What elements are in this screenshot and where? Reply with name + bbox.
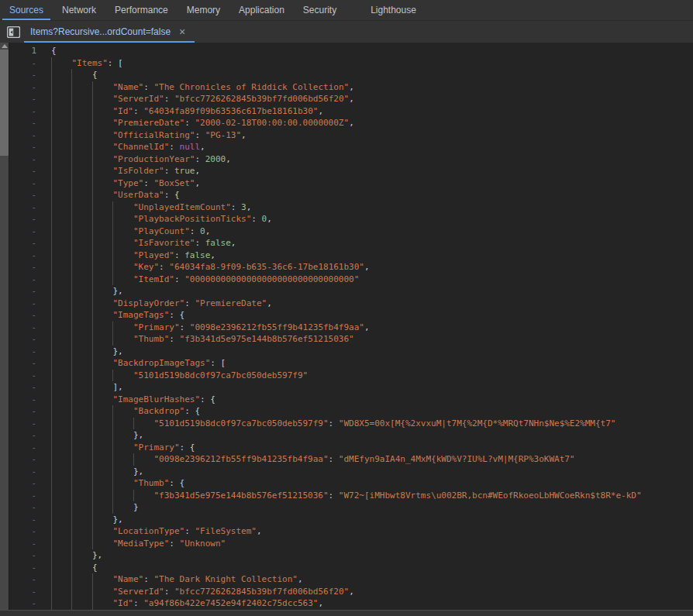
- left-scrollbar-thumb[interactable]: [0, 50, 9, 156]
- code-line[interactable]: -"ServerId": "bfcc7726262845b39bf7fd006b…: [9, 93, 693, 105]
- indent-guide: [92, 501, 93, 514]
- code-line[interactable]: -},: [9, 466, 693, 478]
- code-line[interactable]: -"5101d519b8dc0f97ca7bc050deb597f9": "WD…: [9, 418, 693, 430]
- token-s: "0098e2396212fb55ff9b41235fb4f9aa": [190, 322, 364, 332]
- indent-guide: [92, 394, 93, 406]
- token-p: ,: [349, 94, 354, 104]
- token-k: "Primary": [133, 442, 180, 453]
- token-p: :: [143, 178, 153, 188]
- token-p: :: [164, 587, 174, 597]
- code-line[interactable]: -"0098e2396212fb55ff9b41235fb4f9aa": "dM…: [9, 453, 693, 466]
- code-line[interactable]: -},: [9, 514, 693, 526]
- indent-guide: [112, 442, 113, 454]
- code-line[interactable]: -"LocationType": "FileSystem",: [9, 525, 693, 538]
- code-line[interactable]: -}: [9, 501, 693, 514]
- code-line[interactable]: -"PremiereDate": "2000-02-18T00:00:00.00…: [9, 117, 693, 129]
- close-tab-icon[interactable]: ×: [178, 26, 187, 37]
- code-line[interactable]: -"Items": [: [9, 57, 693, 70]
- code-line[interactable]: -"Thumb": "f3b341d5e975e144b8b576ef51215…: [9, 333, 693, 346]
- token-p: ,: [349, 118, 354, 128]
- indent-guide: [92, 442, 93, 454]
- code-line[interactable]: -"ServerId": "bfcc7726262845b39bf7fd006b…: [9, 586, 693, 598]
- code-editor[interactable]: 1{-"Items": [-{-"Name": "The Chronicles …: [9, 43, 693, 610]
- indent-guide: [51, 453, 52, 466]
- code-line[interactable]: -"DisplayOrder": "PremiereDate",: [9, 298, 693, 310]
- code-line[interactable]: -"BackdropImageTags": [: [9, 357, 693, 370]
- code-line[interactable]: -"PlayCount": 0,: [9, 225, 693, 238]
- indent-guide: [92, 237, 93, 249]
- code-line[interactable]: -"MediaType": "Unknown": [9, 538, 693, 550]
- code-line[interactable]: -"OfficialRating": "PG-13",: [9, 129, 693, 142]
- code-line[interactable]: -"Primary": "0098e2396212fb55ff9b41235fb…: [9, 322, 693, 334]
- code-line[interactable]: -"5101d519b8dc0f97ca7bc050deb597f9": [9, 370, 693, 382]
- panel-tab-memory[interactable]: Memory: [179, 0, 228, 20]
- code-line[interactable]: -"Played": false,: [9, 249, 693, 262]
- code-line[interactable]: -"Id": "a94f86b422e7452e94f2402c75dcc563…: [9, 597, 693, 610]
- code-line[interactable]: -"ProductionYear": 2000,: [9, 153, 693, 166]
- code-line[interactable]: -"Name": "The Chronicles of Riddick Coll…: [9, 81, 693, 94]
- panel-tab-network[interactable]: Network: [54, 0, 104, 20]
- code-line[interactable]: -"Type": "BoxSet",: [9, 177, 693, 190]
- line-number: -: [9, 418, 36, 430]
- panel-tab-lighthouse[interactable]: Lighthouse: [363, 0, 424, 20]
- token-k: "ProductionYear": [112, 154, 195, 164]
- code-line[interactable]: -"ImageTags": {: [9, 309, 693, 322]
- indent-guide: [51, 201, 52, 214]
- indent-guide: [92, 346, 93, 358]
- code-line[interactable]: -"Thumb": {: [9, 477, 693, 490]
- indent-guide: [51, 333, 52, 346]
- code-line[interactable]: -"ItemId": "0000000000000000000000000000…: [9, 274, 693, 286]
- code-line[interactable]: -},: [9, 346, 693, 358]
- panel-tab-sources[interactable]: Sources: [2, 0, 51, 20]
- code-line[interactable]: -"UserData": {: [9, 189, 693, 201]
- indent-guide: [71, 141, 72, 153]
- indent-guide: [92, 261, 93, 274]
- code-line[interactable]: -},: [9, 549, 693, 562]
- indent-guide: [51, 153, 52, 166]
- panel-tab-performance[interactable]: Performance: [107, 0, 176, 20]
- panel-tab-application[interactable]: Application: [231, 0, 292, 20]
- line-number: 1: [9, 45, 36, 57]
- code-line[interactable]: -],: [9, 381, 693, 394]
- code-line[interactable]: -{: [9, 69, 693, 81]
- token-p: },: [133, 466, 143, 477]
- code-line[interactable]: -},: [9, 429, 693, 442]
- indent-guide: [51, 117, 52, 129]
- code-line[interactable]: -"IsFolder": true,: [9, 165, 693, 177]
- code-line[interactable]: 1{: [9, 45, 693, 57]
- indent-guide: [71, 177, 72, 190]
- indent-guide: [92, 117, 93, 129]
- code-line[interactable]: -"ImageBlurHashes": {: [9, 394, 693, 406]
- indent-guide: [51, 394, 52, 406]
- code-line[interactable]: -"IsFavorite": false,: [9, 237, 693, 249]
- code-line[interactable]: -"Primary": {: [9, 442, 693, 454]
- toggle-navigator-button[interactable]: [2, 21, 24, 43]
- code-line[interactable]: -"ChannelId": null,: [9, 141, 693, 153]
- panel-tab-security[interactable]: Security: [295, 0, 344, 20]
- token-p: ,: [349, 587, 354, 597]
- code-line[interactable]: -"Backdrop": {: [9, 405, 693, 418]
- file-tab[interactable]: Items?Recursive...ordCount=false ×: [24, 21, 195, 43]
- indent-guide: [51, 249, 52, 262]
- token-k: "IsFavorite": [133, 238, 195, 248]
- token-p: :: [329, 454, 339, 464]
- token-p: :: [133, 598, 143, 608]
- code-line[interactable]: -"UnplayedItemCount": 3,: [9, 201, 693, 214]
- left-scrollbar[interactable]: [0, 43, 9, 610]
- code-line[interactable]: -"f3b341d5e975e144b8b576ef51215036": "W7…: [9, 490, 693, 502]
- code-line[interactable]: -{: [9, 562, 693, 574]
- scrollbar-up-arrow-icon[interactable]: [2, 44, 8, 48]
- line-number: -: [9, 538, 36, 550]
- code-line[interactable]: -"Key": "64034fa8-9f09-b635-36c6-17be181…: [9, 261, 693, 274]
- token-p: :: [159, 262, 169, 272]
- code-line[interactable]: -"Id": "64034fa89f09b63536c617be18161b30…: [9, 105, 693, 118]
- indent-guide: [71, 249, 72, 262]
- code-line[interactable]: -"Name": "The Dark Knight Collection",: [9, 573, 693, 586]
- indent-guide: [71, 370, 72, 382]
- indent-guide: [51, 370, 52, 382]
- code-line[interactable]: -"PlaybackPositionTicks": 0,: [9, 213, 693, 225]
- line-number: -: [9, 285, 36, 298]
- indent-guide: [92, 525, 93, 538]
- token-p: {: [51, 46, 57, 56]
- code-line[interactable]: -},: [9, 285, 693, 298]
